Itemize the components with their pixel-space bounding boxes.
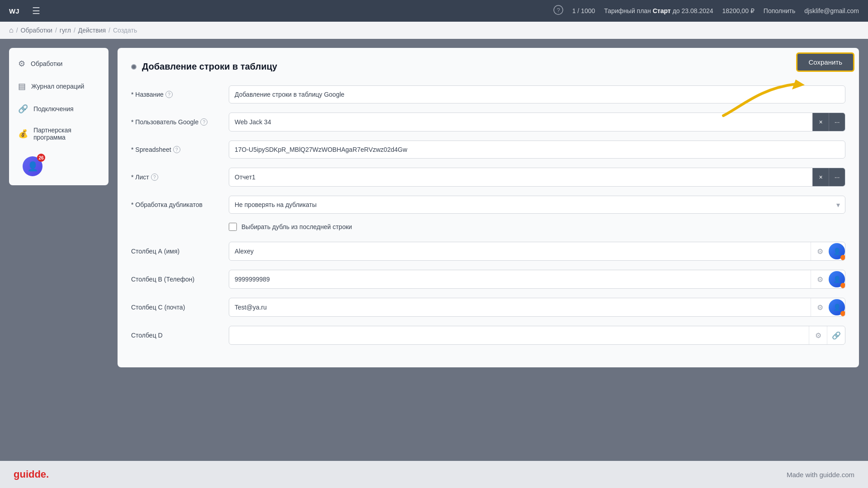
menu-icon[interactable]: ☰ (32, 5, 40, 16)
column-d-label: Столбец D (131, 332, 222, 339)
google-user-more-button[interactable]: ··· (829, 113, 845, 131)
column-d-input[interactable] (229, 326, 809, 344)
help-icon[interactable]: ? (553, 5, 563, 17)
plan-info: Тарифный план Старт до 23.08.2024 (604, 7, 713, 14)
sidebar-item-label: Журнал операций (31, 83, 84, 90)
main-content: ⚙ Обработки ▤ Журнал операций 🔗 Подключе… (0, 39, 868, 461)
svg-text:?: ? (557, 7, 560, 14)
footer-logo: guidde. (14, 469, 49, 480)
column-a-label: Столбец А (имя) (131, 248, 222, 255)
sidebar-item-connections[interactable]: 🔗 Подключения (9, 98, 108, 120)
sheet-help-icon[interactable]: ? (151, 174, 158, 181)
name-input[interactable] (229, 85, 845, 103)
column-a-input[interactable] (229, 242, 811, 260)
breadcrumb-obrabotki[interactable]: Обработки (21, 27, 52, 34)
sheet-input[interactable] (229, 168, 812, 186)
sidebar-item-journal[interactable]: ▤ Журнал операций (9, 75, 108, 98)
column-b-row: Столбец В (Телефон) ⚙ 👤 (131, 270, 845, 289)
topup-button[interactable]: Пополнить (764, 7, 795, 14)
duplicates-select[interactable]: Не проверять на дубликаты (229, 196, 845, 214)
link-icon: 🔗 (18, 104, 28, 114)
google-user-clear-button[interactable]: × (812, 113, 829, 131)
sidebar: ⚙ Обработки ▤ Журнал операций 🔗 Подключе… (9, 48, 108, 185)
column-b-input[interactable] (229, 270, 811, 288)
sheet-clear-button[interactable]: × (812, 168, 829, 186)
status-dot (131, 64, 137, 70)
column-b-settings-button[interactable]: ⚙ (811, 270, 829, 288)
google-user-help-icon[interactable]: ? (200, 118, 208, 126)
journal-icon: ▤ (18, 81, 26, 91)
column-c-row: Столбец С (почта) ⚙ 👤 (131, 298, 845, 317)
logo: WJ (9, 7, 19, 15)
duplicates-label: * Обработка дубликатов (131, 201, 222, 208)
sidebar-item-label: Подключения (33, 105, 74, 113)
duplicates-row: * Обработка дубликатов Не проверять на д… (131, 196, 845, 214)
breadcrumb-gugal[interactable]: гугл (60, 27, 71, 34)
column-a-avatar-button[interactable]: 👤 (829, 243, 845, 259)
google-user-input[interactable] (229, 113, 812, 131)
sheet-row: * Лист ? × ··· (131, 168, 845, 187)
google-user-row: * Пользователь Google ? × ··· (131, 113, 845, 131)
sidebar-item-label: Обработки (31, 60, 62, 67)
breadcrumb: ⌂ / Обработки / гугл / Действия / Создат… (0, 22, 868, 39)
breadcrumb-current: Создать (113, 27, 137, 34)
footer-text: Made with guidde.com (787, 471, 854, 479)
form-title: Добавление строки в таблицу (142, 61, 277, 72)
column-d-link-button[interactable]: 🔗 (827, 326, 845, 344)
checkbox-label: Выбирать дубль из последней строки (241, 223, 352, 230)
sheet-label: * Лист ? (131, 174, 222, 181)
column-b-avatar-button[interactable]: 👤 (829, 271, 845, 287)
sidebar-item-label: Партнерская программа (33, 127, 99, 141)
save-button[interactable]: Сохранить (796, 52, 854, 72)
sidebar-item-partner[interactable]: 💰 Партнерская программа (9, 120, 108, 147)
checkbox-row: Выбирать дубль из последней строки (229, 223, 845, 231)
footer: guidde. Made with guidde.com (0, 461, 868, 488)
home-icon[interactable]: ⌂ (9, 26, 14, 34)
column-a-row: Столбец А (имя) ⚙ 👤 (131, 242, 845, 261)
notification-badge: 26 (37, 154, 45, 162)
google-user-input-wrap: × ··· (229, 113, 845, 131)
name-help-icon[interactable]: ? (165, 91, 173, 98)
money-icon: 💰 (18, 129, 28, 139)
column-b-label: Столбец В (Телефон) (131, 276, 222, 283)
column-c-input[interactable] (229, 298, 811, 316)
user-email[interactable]: djsklife@gmail.com (804, 7, 859, 14)
column-c-avatar-button[interactable]: 👤 (829, 299, 845, 315)
column-d-row: Столбец D ⚙ 🔗 (131, 326, 845, 345)
column-c-input-wrap: ⚙ 👤 (229, 298, 845, 317)
sidebar-item-obrabotki[interactable]: ⚙ Обработки (9, 52, 108, 75)
column-b-input-wrap: ⚙ 👤 (229, 270, 845, 289)
form-header: Добавление строки в таблицу (131, 61, 845, 72)
spreadsheet-label: * Spreadsheet ? (131, 146, 222, 153)
sheet-input-wrap: × ··· (229, 168, 845, 187)
user-avatar[interactable]: 👤 26 (23, 156, 42, 176)
form-panel: Добавление строки в таблицу * Название ?… (118, 48, 859, 367)
column-a-input-wrap: ⚙ 👤 (229, 242, 845, 261)
spreadsheet-input[interactable] (229, 141, 845, 159)
google-user-label: * Пользователь Google ? (131, 118, 222, 126)
topnav: WJ ☰ ? 1 / 1000 Тарифный план Старт до 2… (0, 0, 868, 22)
spreadsheet-help-icon[interactable]: ? (173, 146, 180, 153)
column-d-input-wrap: ⚙ 🔗 (229, 326, 845, 345)
last-row-checkbox[interactable] (229, 223, 237, 231)
request-count: 1 / 1000 (572, 7, 595, 14)
column-c-settings-button[interactable]: ⚙ (811, 298, 829, 316)
spreadsheet-row: * Spreadsheet ? (131, 141, 845, 159)
breadcrumb-deystviya[interactable]: Действия (78, 27, 106, 34)
column-c-label: Столбец С (почта) (131, 304, 222, 311)
name-label: * Название ? (131, 91, 222, 98)
balance-amount: 18200,00 ₽ (722, 7, 755, 14)
gear-icon: ⚙ (18, 59, 25, 69)
column-a-settings-button[interactable]: ⚙ (811, 242, 829, 260)
duplicates-select-wrap: Не проверять на дубликаты ▾ (229, 196, 845, 214)
column-d-settings-button[interactable]: ⚙ (809, 326, 827, 344)
sheet-more-button[interactable]: ··· (829, 168, 845, 186)
name-row: * Название ? (131, 85, 845, 103)
